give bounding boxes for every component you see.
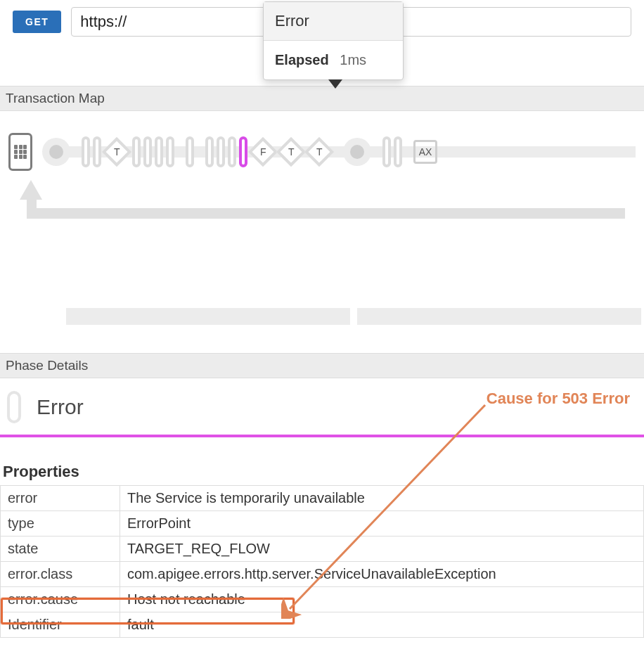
table-row: state TARGET_REQ_FLOW — [1, 537, 644, 562]
flow-step-icon[interactable] — [82, 136, 90, 167]
timeline-segment — [357, 308, 641, 325]
prop-key: type — [1, 511, 120, 537]
phase-title-row: Error Cause for 503 Error — [0, 378, 644, 433]
http-method-badge: GET — [13, 11, 61, 33]
phase-title: Error — [37, 395, 84, 419]
transaction-map: T F T T AX — [0, 111, 644, 294]
flow-step-icon[interactable] — [166, 136, 174, 167]
return-flow-arrow-icon — [17, 180, 629, 229]
prop-value: Host not reachable — [120, 587, 644, 612]
annotation-label: Cause for 503 Error — [487, 390, 630, 408]
prop-value: com.apigee.errors.http.server.ServiceUna… — [120, 562, 644, 587]
flow-step-icon[interactable] — [143, 136, 152, 167]
flow-step-icon[interactable] — [228, 136, 236, 167]
tooltip-title: Error — [264, 2, 403, 41]
flow-step-icon[interactable] — [217, 136, 225, 167]
transaction-map-heading: Transaction Map — [0, 86, 644, 111]
tooltip-pointer-icon — [328, 79, 342, 89]
properties-heading: Properties — [0, 437, 644, 485]
timeline-bar — [0, 308, 644, 325]
prop-value: The Service is temporarily unavailable — [120, 486, 644, 511]
prop-key: error — [1, 486, 120, 511]
flow-step-icon[interactable] — [93, 136, 101, 167]
properties-table: error The Service is temporarily unavail… — [0, 485, 644, 638]
flow-step-icon[interactable] — [132, 136, 141, 167]
client-device-icon — [8, 133, 32, 171]
flow-condition-icon[interactable]: T — [276, 137, 306, 167]
table-row: type ErrorPoint — [1, 511, 644, 537]
prop-key: state — [1, 537, 120, 562]
prop-key: Identifier — [1, 612, 120, 638]
table-row: error.class com.apigee.errors.http.serve… — [1, 562, 644, 587]
prop-value: ErrorPoint — [120, 511, 644, 537]
flow-stop-icon[interactable] — [343, 138, 371, 166]
flow-stop-icon[interactable] — [42, 138, 70, 166]
table-row: Identifier fault — [1, 612, 644, 638]
device-keypad-icon — [14, 145, 27, 159]
tooltip-body: Elapsed 1ms — [264, 41, 403, 79]
flow-step-icon[interactable] — [394, 136, 402, 167]
phase-lozenge-icon — [7, 391, 21, 423]
table-row-highlighted: error.cause Host not reachable — [1, 587, 644, 612]
flow-step-icon[interactable] — [382, 136, 391, 167]
phase-details-heading: Phase Details — [0, 353, 644, 378]
prop-value: TARGET_REQ_FLOW — [120, 537, 644, 562]
flow-step-icon[interactable] — [186, 136, 194, 167]
flow-condition-icon[interactable]: T — [304, 137, 334, 167]
flow-step-icon[interactable] — [205, 136, 214, 167]
flow-items: T F T T AX — [42, 136, 437, 167]
tooltip-elapsed-value: 1ms — [340, 52, 366, 68]
timeline-segment — [66, 308, 350, 325]
flow-error-step-icon[interactable] — [239, 136, 247, 167]
flow-row: T F T T AX — [8, 132, 636, 172]
flow-target-icon[interactable]: AX — [413, 140, 437, 164]
flow-condition-icon[interactable]: T — [102, 137, 131, 167]
tooltip-elapsed-label: Elapsed — [275, 52, 329, 68]
flow-step-icon[interactable] — [155, 136, 163, 167]
prop-key: error.class — [1, 562, 120, 587]
prop-key: error.cause — [1, 587, 120, 612]
flow-condition-icon[interactable]: F — [248, 137, 278, 167]
error-tooltip: Error Elapsed 1ms — [263, 1, 404, 80]
table-row: error The Service is temporarily unavail… — [1, 486, 644, 511]
prop-value: fault — [120, 612, 644, 638]
